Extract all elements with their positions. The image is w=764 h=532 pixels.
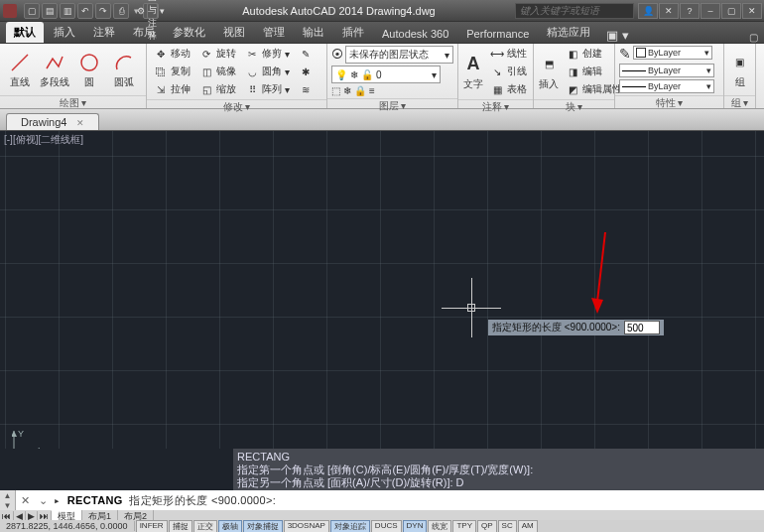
status-toggle-3dosnap[interactable]: 3DOSNAP [284, 520, 329, 533]
svg-text:Y: Y [18, 429, 24, 439]
layer-lock-icon[interactable]: 🔒 [354, 85, 366, 96]
status-toggle-对象捕捉[interactable]: 对象捕捉 [243, 520, 283, 533]
tab-parametric[interactable]: 参数化 [165, 22, 213, 43]
table-button[interactable]: ▦表格 [487, 81, 530, 97]
status-toggle-对象追踪[interactable]: 对象追踪 [330, 520, 370, 533]
status-toggle-捕捉[interactable]: 捕捉 [169, 520, 192, 533]
status-toggle-ducs[interactable]: DUCS [371, 520, 402, 533]
status-toggle-sc[interactable]: SC [498, 520, 517, 533]
tab-manage[interactable]: 管理 [255, 22, 293, 43]
cmd-scroll[interactable]: ▲▼ [0, 490, 16, 510]
copy-button[interactable]: ⿻复制 [151, 64, 193, 79]
command-input[interactable]: ▸ RECTANG 指定矩形的长度 <900.0000>: [52, 493, 740, 508]
drawing-canvas[interactable]: [-][俯视][二维线框] XY 指定矩形的长度 <900.0000>: [0, 131, 764, 468]
layer-match-icon[interactable]: ≡ [369, 85, 375, 96]
rotate-button[interactable]: ⟳旋转 [196, 46, 239, 62]
qat-new-icon[interactable]: ▢ [24, 3, 40, 19]
workspace-switcher[interactable]: ⚙ 草图与注释 ▾ [143, 3, 159, 19]
maximize-icon[interactable]: ▢ [721, 3, 741, 19]
viewport-label[interactable]: [-][俯视][二维线框] [4, 133, 83, 147]
tab-output[interactable]: 输出 [295, 22, 332, 43]
help-search-input[interactable] [515, 3, 634, 19]
panel-block-title[interactable]: 块 ▾ [534, 99, 614, 113]
linetype-combo[interactable]: ByLayer▾ [619, 79, 714, 93]
qat-open-icon[interactable]: ▤ [42, 3, 58, 19]
tab-annotate[interactable]: 注释 [85, 22, 123, 43]
status-toggle-正交[interactable]: 正交 [193, 520, 217, 533]
qat-undo-icon[interactable]: ↶ [77, 3, 93, 19]
panel-modify-title[interactable]: 修改 ▾ [147, 99, 326, 113]
coordinates[interactable]: 2871.8225, 1446.4656, 0.0000 [0, 521, 135, 531]
tab-layout[interactable]: 布局 [125, 22, 163, 43]
explode-button[interactable]: ✱ [296, 64, 316, 79]
trim-button[interactable]: ✂修剪 ▾ [242, 46, 293, 62]
minimize-icon[interactable]: – [700, 3, 720, 19]
qat-redo-icon[interactable]: ↷ [95, 3, 111, 19]
app-icon[interactable] [3, 4, 17, 18]
cmd-expand-icon[interactable]: ⌄ [34, 494, 52, 507]
text-icon: A [462, 53, 484, 76]
close-tab-icon[interactable]: ✕ [76, 118, 84, 128]
lineweight-combo[interactable]: ByLayer▾ [619, 64, 714, 77]
scale-button[interactable]: ◱缩放 [196, 81, 239, 97]
ribbon-collapse-icon[interactable]: ▢ [749, 32, 758, 43]
status-toggle-极轴[interactable]: 极轴 [218, 520, 242, 533]
line-button[interactable]: 直线 [4, 46, 36, 93]
panel-props-title[interactable]: 特性 ▾ [615, 95, 723, 109]
tab-expand-icon[interactable]: ▣ ▾ [600, 28, 635, 43]
status-toggle-tpy[interactable]: TPY [452, 520, 476, 533]
panel-layer-title[interactable]: 图层 ▾ [327, 98, 457, 112]
arc-button[interactable]: 圆弧 [108, 46, 140, 93]
exchange-icon[interactable]: ✕ [659, 3, 679, 19]
insert-block-button[interactable]: ⬒插入 [538, 48, 560, 95]
tab-plugins[interactable]: 插件 [334, 22, 372, 43]
stretch-button[interactable]: ⇲拉伸 [151, 81, 193, 97]
ribbon: 直线 多段线 圆 圆弧 绘图 ▾ ✥移动 ⿻复制 ⇲拉伸 ⟳旋转 ◫镜像 ◱缩放… [0, 44, 764, 109]
close-icon[interactable]: ✕ [742, 3, 762, 19]
tab-view[interactable]: 视图 [215, 22, 253, 43]
status-toggle-am[interactable]: AM [518, 520, 538, 533]
tab-featured[interactable]: 精选应用 [539, 22, 598, 43]
tab-insert[interactable]: 插入 [46, 22, 83, 43]
cmd-close-icon[interactable]: ✕ [16, 494, 34, 507]
status-toggle-qp[interactable]: QP [477, 520, 497, 533]
dim-linear-button[interactable]: ⟷线性 [487, 46, 530, 62]
panel-annotation: A文字 ⟷线性 ↘引线 ▦表格 注释 ▾ [458, 44, 534, 108]
document-tab[interactable]: Drawing4✕ [6, 113, 99, 130]
command-history-text[interactable]: RECTANG 指定第一个角点或 [倒角(C)/标高(E)/圆角(F)/厚度(T… [233, 449, 764, 490]
polyline-button[interactable]: 多段线 [39, 46, 70, 93]
array-button[interactable]: ⠿阵列 ▾ [242, 81, 293, 97]
qat-save-icon[interactable]: ▥ [60, 3, 75, 19]
dynamic-input-field[interactable] [624, 321, 660, 334]
layer-state-combo[interactable]: 未保存的图层状态▾ [345, 46, 453, 64]
text-button[interactable]: A文字 [462, 48, 484, 95]
group-button[interactable]: ▣组 [728, 46, 751, 93]
erase-button[interactable]: ✎ [296, 46, 316, 62]
fillet-button[interactable]: ◡圆角 ▾ [242, 64, 293, 79]
tab-a360[interactable]: Autodesk 360 [374, 25, 456, 43]
circle-button[interactable]: 圆 [73, 46, 105, 93]
move-button[interactable]: ✥移动 [151, 46, 193, 62]
panel-group-title[interactable]: 组 ▾ [724, 95, 755, 109]
color-combo[interactable]: ByLayer▾ [633, 46, 712, 60]
layer-freeze-icon[interactable]: ❄ [343, 85, 351, 96]
tab-default[interactable]: 默认 [6, 22, 44, 43]
status-toggle-infer[interactable]: INFER [136, 520, 168, 533]
panel-layer: ⦿ 未保存的图层状态▾ 💡❄🔓0▾ ⬚ ❄ 🔒 ≡ 图层 ▾ [327, 44, 458, 108]
layer-iso-icon[interactable]: ⬚ [331, 85, 340, 96]
status-toggle-dyn[interactable]: DYN [403, 520, 428, 533]
layer-current-combo[interactable]: 💡❄🔓0▾ [331, 66, 441, 83]
qat-print-icon[interactable]: ⎙ [113, 3, 129, 19]
layer-props-icon[interactable]: ⦿ [331, 48, 343, 62]
tab-performance[interactable]: Performance [458, 25, 537, 43]
status-toggle-线宽[interactable]: 线宽 [428, 520, 451, 533]
offset-button[interactable]: ≋ [296, 81, 316, 97]
panel-annot-title[interactable]: 注释 ▾ [458, 99, 533, 113]
signin-icon[interactable]: 👤 [638, 3, 658, 19]
panel-draw-title[interactable]: 绘图 ▾ [0, 95, 146, 109]
help-icon[interactable]: ? [680, 3, 700, 19]
mirror-button[interactable]: ◫镜像 [196, 64, 239, 79]
match-props-icon[interactable]: ✎ [619, 46, 631, 62]
command-line[interactable]: ▲▼ ✕ ⌄ ▸ RECTANG 指定矩形的长度 <900.0000>: [0, 490, 764, 510]
leader-button[interactable]: ↘引线 [487, 64, 530, 79]
